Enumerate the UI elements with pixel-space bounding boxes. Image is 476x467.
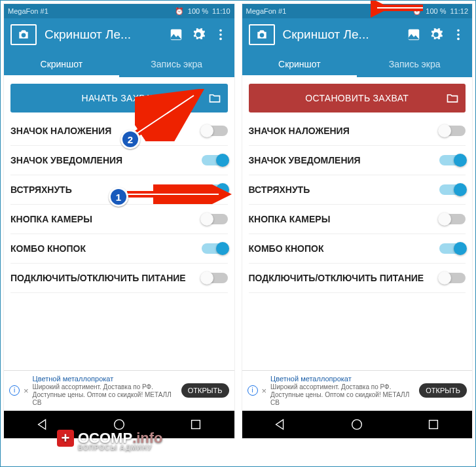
tab-record[interactable]: Запись экра xyxy=(119,51,234,77)
toggle-switch[interactable] xyxy=(202,273,228,283)
app-bar: Скриншот Ле... xyxy=(242,18,473,51)
recent-button[interactable] xyxy=(189,417,203,432)
setting-label: ВСТРЯХНУТЬ xyxy=(249,184,310,195)
setting-row: КОМБО КНОПОК xyxy=(249,234,466,264)
clock-label: 11:10 xyxy=(212,7,230,15)
carrier-label: MegaFon #1 xyxy=(246,7,287,15)
toggle-switch[interactable] xyxy=(439,243,466,254)
phone-left: MegaFon #1 ⏰ 100 % 11:10 Скриншот Ле... … xyxy=(3,3,235,439)
ad-banner[interactable]: i × Цветной металлопрокат Широкий ассорт… xyxy=(242,370,473,411)
app-camera-icon xyxy=(249,24,275,45)
toggle-switch[interactable] xyxy=(202,243,228,254)
toggle-switch[interactable] xyxy=(202,155,228,165)
ad-text: Цветной металлопрокат Широкий ассортимен… xyxy=(33,375,177,407)
toggle-switch[interactable] xyxy=(439,155,466,165)
setting-label: ЗНАЧОК УВЕДОМЛЕНИЯ xyxy=(10,155,122,165)
app-camera-icon xyxy=(10,24,37,45)
status-bar: MegaFon #1 ⏰ 100 % 11:12 xyxy=(242,4,473,18)
setting-label: КОМБО КНОПОК xyxy=(249,243,324,254)
folder-icon[interactable] xyxy=(446,92,459,105)
carrier-label: MegaFon #1 xyxy=(8,7,48,15)
app-title: Скриншот Ле... xyxy=(283,27,399,42)
ad-info-icon: i xyxy=(247,385,258,396)
svg-point-16 xyxy=(352,420,362,430)
back-button[interactable] xyxy=(273,417,287,432)
ad-title: Цветной металлопрокат xyxy=(270,375,415,383)
ad-info-icon: i xyxy=(9,385,20,396)
setting-row: КНОПКА КАМЕРЫ xyxy=(10,205,228,234)
setting-label: ПОДКЛЮЧИТЬ/ОТКЛЮЧИТЬ ПИТАНИЕ xyxy=(10,273,186,283)
svg-point-14 xyxy=(457,33,460,36)
more-icon[interactable] xyxy=(451,27,466,42)
setting-row: ЗНАЧОК НАЛОЖЕНИЯ xyxy=(249,116,466,146)
tab-screenshot[interactable]: Скриншот xyxy=(242,51,357,77)
svg-point-0 xyxy=(22,33,26,38)
setting-label: КНОПКА КАМЕРЫ xyxy=(10,214,92,224)
gear-icon[interactable] xyxy=(191,27,206,42)
phone-right: MegaFon #1 ⏰ 100 % 11:12 Скриншот Ле... … xyxy=(242,3,473,439)
ad-title: Цветной металлопрокат xyxy=(33,375,177,383)
gear-icon[interactable] xyxy=(429,27,443,42)
ad-close-icon[interactable]: × xyxy=(262,386,267,396)
capture-label: ОСТАНОВИТЬ ЗАХВАТ xyxy=(305,93,409,103)
ad-close-icon[interactable]: × xyxy=(24,386,29,396)
tab-screenshot[interactable]: Скриншот xyxy=(4,51,119,77)
arrow-statusbar xyxy=(371,0,430,18)
app-title: Скриншот Ле... xyxy=(45,27,161,42)
app-bar: Скриншот Ле... xyxy=(4,18,234,51)
setting-label: ПОДКЛЮЧИТЬ/ОТКЛЮЧИТЬ ПИТАНИЕ xyxy=(249,273,424,283)
ad-desc: Широкий ассортимент. Доставка по РФ. Дос… xyxy=(33,383,177,407)
content: ОСТАНОВИТЬ ЗАХВАТ ЗНАЧОК НАЛОЖЕНИЯЗНАЧОК… xyxy=(242,77,473,370)
setting-label: ЗНАЧОК НАЛОЖЕНИЯ xyxy=(10,126,111,136)
svg-point-3 xyxy=(219,33,222,36)
tabs: Скриншот Запись экра xyxy=(242,51,473,77)
toggle-switch[interactable] xyxy=(202,214,228,224)
tab-record[interactable]: Запись экра xyxy=(357,51,472,77)
setting-label: ВСТРЯХНУТЬ xyxy=(10,184,72,195)
ad-cta-button[interactable]: ОТКРЫТЬ xyxy=(181,383,229,398)
battery-label: 100 % xyxy=(188,7,208,15)
setting-row: КОМБО КНОПОК xyxy=(10,234,228,264)
clock-label: 11:12 xyxy=(450,7,468,15)
svg-point-4 xyxy=(219,38,222,41)
setting-label: КОМБО КНОПОК xyxy=(10,243,86,254)
setting-label: ЗНАЧОК УВЕДОМЛЕНИЯ xyxy=(249,155,361,165)
marker-1: 1 xyxy=(109,187,128,207)
setting-label: ЗНАЧОК НАЛОЖЕНИЯ xyxy=(249,126,350,136)
setting-row: ПОДКЛЮЧИТЬ/ОТКЛЮЧИТЬ ПИТАНИЕ xyxy=(249,264,466,293)
ad-banner[interactable]: i × Цветной металлопрокат Широкий ассорт… xyxy=(4,370,234,411)
ad-text: Цветной металлопрокат Широкий ассортимен… xyxy=(270,375,415,407)
folder-icon[interactable] xyxy=(208,92,221,105)
gallery-icon[interactable] xyxy=(169,27,183,42)
arrow-1 xyxy=(127,184,232,204)
svg-rect-17 xyxy=(430,421,438,429)
status-bar: MegaFon #1 ⏰ 100 % 11:10 xyxy=(4,4,234,18)
watermark: + OCOMP.info ВОПРОСЫ АДМИНУ xyxy=(57,430,163,447)
stop-capture-button[interactable]: ОСТАНОВИТЬ ЗАХВАТ xyxy=(249,84,466,112)
toggle-switch[interactable] xyxy=(439,214,466,224)
toggle-switch[interactable] xyxy=(439,126,466,136)
ad-cta-button[interactable]: ОТКРЫТЬ xyxy=(419,383,467,398)
recent-button[interactable] xyxy=(426,417,441,432)
setting-row: КНОПКА КАМЕРЫ xyxy=(249,205,466,234)
alarm-icon: ⏰ xyxy=(175,7,184,16)
arrow-2 xyxy=(135,89,207,141)
tabs: Скриншот Запись экра xyxy=(4,51,234,77)
svg-rect-6 xyxy=(191,421,200,429)
plus-icon: + xyxy=(57,430,74,447)
setting-row: ПОДКЛЮЧИТЬ/ОТКЛЮЧИТЬ ПИТАНИЕ xyxy=(10,264,228,293)
nav-bar xyxy=(242,411,473,438)
svg-line-10 xyxy=(135,95,194,135)
home-button[interactable] xyxy=(350,417,364,432)
ad-desc: Широкий ассортимент. Доставка по РФ. Дос… xyxy=(270,383,415,407)
more-icon[interactable] xyxy=(213,27,228,42)
svg-point-5 xyxy=(114,420,124,430)
back-button[interactable] xyxy=(35,417,50,432)
svg-point-15 xyxy=(457,38,460,41)
svg-point-11 xyxy=(259,33,264,38)
gallery-icon[interactable] xyxy=(407,27,421,42)
setting-row: ЗНАЧОК УВЕДОМЛЕНИЯ xyxy=(10,146,228,175)
toggle-switch[interactable] xyxy=(439,184,466,195)
toggle-switch[interactable] xyxy=(439,273,466,283)
setting-row: ВСТРЯХНУТЬ xyxy=(249,175,466,205)
